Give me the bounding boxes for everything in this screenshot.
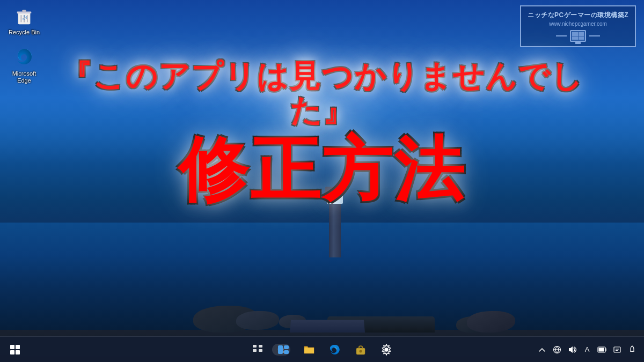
network-icon[interactable] — [552, 344, 562, 355]
pier-walkway — [290, 320, 365, 333]
file-manager-button[interactable] — [350, 339, 371, 360]
taskbar-edge-button[interactable] — [324, 339, 346, 360]
notification-icon[interactable] — [612, 344, 623, 355]
recycle-bin-label: Recycle Bin — [9, 29, 40, 36]
title-line1: 『このアプリは見つかりませんでした』 — [32, 59, 612, 128]
widgets-button[interactable] — [273, 339, 294, 360]
task-view-button[interactable] — [247, 339, 268, 360]
file-explorer-button[interactable] — [298, 339, 320, 360]
svg-rect-6 — [22, 10, 26, 12]
taskbar-center-icons — [247, 339, 397, 360]
watermark-icon — [528, 30, 628, 42]
svg-rect-15 — [284, 350, 289, 354]
svg-rect-11 — [253, 349, 257, 352]
svg-point-18 — [360, 350, 362, 352]
watermark-url: www.nichepcgamer.com — [528, 21, 628, 27]
svg-rect-13 — [278, 345, 283, 354]
title-container: 『このアプリは見つかりませんでした』 修正方法 — [0, 59, 644, 206]
watermark-title: ニッチなPCゲーマーの環境構築Z — [528, 11, 628, 20]
language-icon[interactable]: A — [582, 344, 592, 355]
notification-bell-icon[interactable] — [627, 344, 638, 355]
volume-icon[interactable] — [567, 344, 577, 355]
svg-rect-10 — [259, 345, 262, 348]
svg-rect-25 — [614, 347, 620, 352]
svg-rect-24 — [599, 348, 604, 351]
desktop: Recycle Bin — [0, 0, 644, 362]
settings-button[interactable] — [376, 339, 397, 360]
taskbar: A — [0, 336, 644, 362]
svg-rect-14 — [284, 345, 289, 349]
start-button[interactable] — [6, 341, 24, 358]
svg-rect-12 — [259, 349, 262, 352]
svg-rect-16 — [304, 348, 314, 353]
system-tray: A — [537, 344, 638, 355]
battery-icon[interactable] — [597, 344, 608, 355]
title-line2: 修正方法 — [32, 133, 612, 206]
svg-rect-9 — [253, 345, 257, 348]
show-hidden-icons-button[interactable] — [537, 344, 547, 355]
recycle-bin-icon[interactable]: Recycle Bin — [5, 5, 43, 36]
watermark: ニッチなPCゲーマーの環境構築Z www.nichepcgamer.com — [520, 5, 636, 47]
